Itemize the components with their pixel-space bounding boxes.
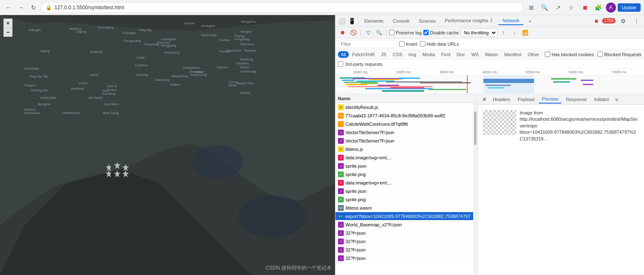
third-party-label[interactable]: 3rd-party requests bbox=[338, 61, 382, 67]
zoom-in-button[interactable]: + bbox=[4, 19, 12, 28]
detail-close-btn[interactable]: ✕ bbox=[480, 95, 489, 104]
file-item[interactable]: Jsprite.json bbox=[335, 187, 473, 195]
disable-cache-checkbox[interactable] bbox=[423, 30, 429, 35]
devtools-inspect-btn[interactable]: ⬜ bbox=[337, 16, 346, 26]
invert-checkbox[interactable] bbox=[399, 41, 404, 47]
type-btn-css[interactable]: CSS bbox=[390, 51, 405, 58]
preserve-log-label[interactable]: Preserve log bbox=[389, 30, 422, 35]
svg-text:Zhanjiang: Zhanjiang bbox=[155, 78, 170, 82]
update-button[interactable]: Update bbox=[618, 3, 641, 12]
file-list-scroll[interactable]: JSIdentifyResult.jsW77caabd3-1877-4634-8… bbox=[335, 103, 473, 275]
ext2-button[interactable]: 🧩 bbox=[592, 2, 604, 13]
hide-data-urls-checkbox[interactable] bbox=[420, 41, 425, 47]
ext1-button[interactable]: ⏹ bbox=[579, 2, 591, 13]
import-har-btn[interactable]: ↑ bbox=[499, 28, 508, 37]
tab-more[interactable]: » bbox=[524, 17, 535, 25]
type-btn-wasm[interactable]: Wasm bbox=[482, 51, 501, 58]
file-item[interactable]: JVectorTileServer?f=json bbox=[335, 137, 473, 145]
tab-elements[interactable]: Elements bbox=[360, 17, 388, 25]
tab-performance[interactable]: Performance insights ⇧ bbox=[441, 17, 497, 25]
blocked-requests-checkbox[interactable] bbox=[598, 52, 603, 57]
profile-button[interactable]: A bbox=[606, 3, 616, 13]
has-blocked-label[interactable]: Has blocked cookies bbox=[545, 52, 594, 57]
tab-network[interactable]: Network bbox=[498, 17, 523, 25]
forward-button[interactable]: → bbox=[16, 3, 26, 13]
disable-cache-label[interactable]: Disable cache bbox=[423, 30, 459, 35]
svg-rect-81 bbox=[342, 80, 354, 81]
file-item[interactable]: Sdata:image/svg+xml;... bbox=[335, 179, 473, 187]
file-item[interactable]: TCalciteWebCoreIcons.ttf?qt9ftt bbox=[335, 120, 473, 128]
type-btn-img[interactable]: Img bbox=[406, 51, 419, 58]
svg-text:Lanzhou: Lanzhou bbox=[135, 63, 148, 67]
devtools-more-btn[interactable]: ⋮ bbox=[631, 15, 642, 27]
invert-label[interactable]: Invert bbox=[399, 41, 417, 47]
zoom-out-button[interactable]: − bbox=[4, 28, 12, 36]
file-item[interactable]: J32?f=json bbox=[335, 254, 473, 262]
back-button[interactable]: ← bbox=[3, 3, 13, 13]
translate-button[interactable]: ⊞ bbox=[526, 2, 537, 13]
address-bar[interactable]: 🔒 127.0.0.1:5500/symboltest.html bbox=[41, 2, 523, 13]
tab-preview[interactable]: Preview bbox=[538, 95, 562, 104]
tab-initiator[interactable]: Initiator bbox=[591, 96, 613, 103]
clear-button[interactable]: 🚫 bbox=[349, 28, 358, 37]
export-har-btn[interactable]: ↓ bbox=[510, 28, 519, 37]
tab-sources[interactable]: Sources bbox=[415, 17, 440, 25]
preserve-log-text: Preserve log bbox=[396, 30, 422, 35]
file-item[interactable]: Jsprite.json bbox=[335, 162, 473, 170]
blocked-requests-label[interactable]: Blocked Requests bbox=[598, 52, 641, 57]
file-name: 77caabd3-1877-4634-85c8-8e398a093b99.wof… bbox=[345, 113, 471, 118]
devtools-device-btn[interactable]: 📱 bbox=[347, 16, 356, 26]
tab-response[interactable]: Response bbox=[562, 96, 590, 103]
type-btn-doc[interactable]: Doc bbox=[454, 51, 468, 58]
scroll-indicator[interactable] bbox=[473, 103, 477, 275]
bookmark-button[interactable]: ☆ bbox=[566, 2, 577, 13]
file-item[interactable]: Psprite.png bbox=[335, 170, 473, 179]
svg-text:Wenzhou: Wenzhou bbox=[240, 42, 255, 46]
wifi-btn[interactable]: 📶 bbox=[521, 28, 530, 37]
third-party-checkbox[interactable] bbox=[338, 61, 343, 67]
map-area[interactable]: Wuhan Hangzhou Huangshi Wangde Neijiang … bbox=[0, 15, 335, 275]
tab-payload[interactable]: Payload bbox=[515, 96, 538, 103]
type-btn-fetch[interactable]: Fetch/XHR bbox=[349, 51, 378, 58]
throttle-select[interactable]: No throttling Fast 3G Slow 3G bbox=[461, 29, 497, 37]
svg-text:THAILAND: THAILAND bbox=[40, 96, 57, 100]
refresh-button[interactable]: ↻ bbox=[28, 3, 39, 13]
svg-text:Tainan: Tainan bbox=[240, 65, 250, 69]
file-item[interactable]: JSIdentifyResult.js bbox=[335, 103, 473, 112]
file-item[interactable]: Sdata:image/svg+xml,... bbox=[335, 153, 473, 162]
type-btn-manifest[interactable]: Manifest bbox=[501, 51, 525, 58]
type-btn-all[interactable]: All bbox=[338, 51, 349, 58]
has-blocked-checkbox[interactable] bbox=[545, 52, 550, 57]
file-item[interactable]: Psprite.png bbox=[335, 195, 473, 204]
filter-bar: Invert Hide data URLs bbox=[335, 39, 644, 49]
filter-button[interactable]: ▽ bbox=[363, 28, 373, 37]
type-btn-js[interactable]: JS bbox=[378, 51, 389, 58]
type-btn-media[interactable]: Media bbox=[420, 51, 438, 58]
devtools-settings-btn[interactable]: ⚙ bbox=[617, 15, 629, 27]
preserve-log-checkbox[interactable] bbox=[389, 30, 394, 35]
file-item[interactable]: EXexport?bbox=10421009.977848003%2C60288… bbox=[335, 212, 473, 221]
blocked-requests-text: Blocked Requests bbox=[604, 52, 641, 57]
file-item[interactable]: J32?f=json bbox=[335, 246, 473, 254]
file-item[interactable]: WAlibtess.wasm bbox=[335, 204, 473, 212]
file-item[interactable]: J32?f=json bbox=[335, 237, 473, 246]
zoom-button[interactable]: 🔍 bbox=[539, 2, 551, 13]
filter-input[interactable] bbox=[338, 40, 397, 48]
type-btn-ws[interactable]: WS bbox=[468, 51, 482, 58]
file-item[interactable]: J32?f=json bbox=[335, 229, 473, 237]
detail-more-btn[interactable]: » bbox=[613, 95, 620, 104]
hide-data-urls-label[interactable]: Hide data URLs bbox=[420, 41, 459, 47]
file-item[interactable]: JWorld_Basemap_v2?f=json bbox=[335, 221, 473, 229]
svg-text:Hangzhou: Hangzhou bbox=[241, 20, 256, 23]
tab-console[interactable]: Console bbox=[389, 17, 414, 25]
share-button[interactable]: ↗ bbox=[552, 2, 564, 13]
file-item[interactable]: JSlibtess.js bbox=[335, 145, 473, 153]
type-btn-other[interactable]: Other bbox=[525, 51, 542, 58]
tab-headers[interactable]: Headers bbox=[489, 96, 514, 103]
search-button[interactable]: 🔍 bbox=[374, 28, 384, 37]
file-item[interactable]: JVectorTileServer?f=json bbox=[335, 128, 473, 137]
type-btn-font[interactable]: Font bbox=[438, 51, 453, 58]
record-button[interactable]: ⏺ bbox=[338, 28, 347, 37]
file-icon: J bbox=[338, 230, 344, 236]
file-item[interactable]: W77caabd3-1877-4634-85c8-8e398a093b99.wo… bbox=[335, 112, 473, 120]
